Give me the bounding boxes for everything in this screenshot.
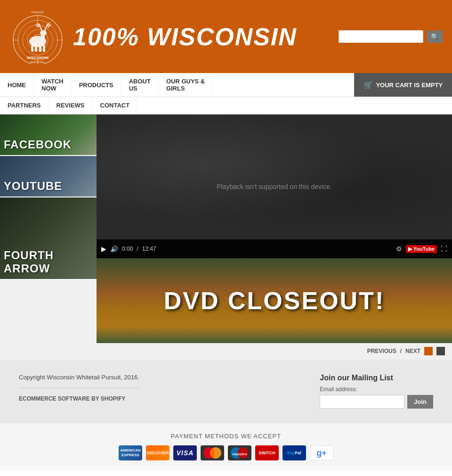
video-area: Playback isn't supported on this device.… [97,115,452,360]
cart-area[interactable]: 🛒 YOUR CART IS EMPTY [354,73,452,97]
time-current: 0:00 [122,246,133,252]
join-button[interactable]: Join [407,395,433,409]
prev-label[interactable]: PREVIOUS [367,348,396,354]
video-controls: ▶ 🔊 0:00 / 12:47 ⚙ ▶ YouTube ⛶ [97,239,452,258]
sidebar-fourth-arrow[interactable]: FOURTH ARROW [0,197,97,280]
sidebar-arrow-label: FOURTH ARROW [4,249,97,275]
fullscreen-icon[interactable]: ⛶ [441,245,447,253]
payment-switch: SWITCH [255,445,279,460]
nav-watch-now[interactable]: WATCHNOW [34,73,72,97]
paypal-text2: Pal [295,451,301,455]
footer-right: Join our Mailing List Email address: Joi… [320,374,433,409]
video-player[interactable]: Playback isn't supported on this device.… [97,115,452,258]
visa-text: VISA [177,449,194,457]
switch-text: SWITCH [258,451,275,455]
navigation: HOME WATCHNOW PRODUCTS ABOUTUS OUR GUYS … [0,73,452,115]
nav-contact[interactable]: CONTACT [93,97,138,114]
mailing-title: Join our Mailing List [320,374,433,382]
google-text: g+ [316,448,327,458]
payment-amex: AMERICANEXPRESS [119,445,142,460]
footer: Copyright Wisconsin Whitetail Pursuit, 2… [0,360,452,423]
svg-point-7 [40,30,47,36]
footer-left: Copyright Wisconsin Whitetail Pursuit, 2… [19,374,139,402]
play-button[interactable]: ▶ [101,245,106,253]
mailing-form: Join [320,395,433,409]
shopify-text[interactable]: ECOMMERCE SOFTWARE BY SHOPIFY [19,395,139,402]
sidebar: FACEBOOK YOUTUBE FOURTH ARROW [0,115,97,360]
video-message: Playback isn't supported on this device. [217,183,332,190]
payment-section: PAYMENT METHODS WE ACCEPT AMERICANEXPRES… [0,423,452,470]
cart-icon: 🛒 [363,81,373,90]
nav-home[interactable]: HOME [0,73,34,97]
nav-dot-1[interactable] [424,347,433,355]
dvd-text: DVD CLOSEOUT! [164,287,385,315]
payment-mastercard [201,445,224,460]
nav-separator: / [400,348,402,354]
paypal-text: Pay [287,451,295,455]
svg-rect-15 [35,45,37,52]
volume-button[interactable]: 🔊 [110,245,118,253]
site-tagline: 100% WISCONSIN [73,23,297,51]
search-button[interactable]: 🔍 [427,31,443,43]
sidebar-facebook-label: FACEBOOK [4,138,72,151]
search-area: 🔍 [339,30,443,43]
mailing-label: Email address: [320,386,433,393]
svg-rect-17 [43,45,45,52]
svg-text:PURSUIT: PURSUIT [32,11,44,14]
search-input[interactable] [339,30,423,43]
nav-products[interactable]: PRODUCTS [72,73,121,97]
main-content: FACEBOOK YOUTUBE FOURTH ARROW Playback i… [0,115,452,360]
discover-text: DISCOVER [146,451,169,455]
email-input[interactable] [320,395,404,409]
nav-reviews[interactable]: REVIEWS [49,97,93,114]
payment-google: g+ [310,445,333,460]
cart-label: YOUR CART IS EMPTY [376,82,443,89]
footer-divider [19,388,139,388]
copyright-text: Copyright Wisconsin Whitetail Pursuit, 2… [19,374,139,381]
nav-arrows: PREVIOUS / NEXT [97,343,452,359]
svg-text:maestro: maestro [232,452,247,456]
payment-paypal: PayPal [282,445,306,460]
sidebar-youtube[interactable]: YOUTUBE [0,156,97,197]
nav-about-us[interactable]: ABOUTUS [121,73,159,97]
dvd-banner[interactable]: DVD CLOSEOUT! [97,258,452,343]
mastercard-svg [201,445,224,460]
svg-rect-16 [39,45,41,52]
payment-cards: AMERICANEXPRESS DISCOVER VISA maestro SW… [9,445,443,460]
nav-row-1: HOME WATCHNOW PRODUCTS ABOUTUS OUR GUYS … [0,73,452,97]
amex-text: AMERICANEXPRESS [120,448,140,457]
nav-row-2: PARTNERS REVIEWS CONTACT [0,97,452,114]
maestro-svg: maestro [228,445,251,460]
time-separator: / [137,246,138,252]
svg-point-27 [210,448,215,458]
nav-our-guys-girls[interactable]: OUR GUYS &GIRLS [159,73,213,97]
logo-image: WISCONSIN WHITETAIL PURSUIT [9,9,66,64]
youtube-icon[interactable]: ▶ YouTube [406,245,437,253]
nav-partners[interactable]: PARTNERS [0,97,49,114]
svg-rect-14 [31,45,33,52]
nav-items-left: HOME WATCHNOW PRODUCTS ABOUTUS OUR GUYS … [0,73,354,97]
payment-visa: VISA [173,445,197,460]
time-total: 12:47 [142,246,156,252]
logo-area: WISCONSIN WHITETAIL PURSUIT 100% WISCONS… [9,9,297,64]
sidebar-youtube-label: YOUTUBE [4,180,62,193]
payment-discover: DISCOVER [146,445,170,460]
settings-icon[interactable]: ⚙ [396,245,402,253]
header: WISCONSIN WHITETAIL PURSUIT 100% WISCONS… [0,0,452,73]
sidebar-facebook[interactable]: FACEBOOK [0,115,97,156]
payment-maestro: maestro [228,445,251,460]
next-label[interactable]: NEXT [405,348,420,354]
payment-title: PAYMENT METHODS WE ACCEPT [9,433,443,440]
video-noise [97,115,452,239]
nav-dot-2[interactable] [436,347,445,355]
